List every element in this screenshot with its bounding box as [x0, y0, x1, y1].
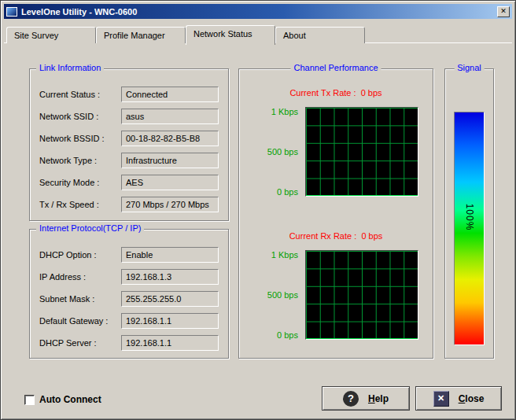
field-label: Network BSSID : [39, 134, 121, 143]
signal-group: Signal 100% [444, 68, 494, 359]
network-type-value: Infrastructure [121, 153, 219, 168]
dhcp-server-row: DHCP Server : 192.168.1.1 [39, 335, 219, 351]
auto-connect-label[interactable]: Auto Connect [39, 394, 101, 405]
subnet-mask-row: Subnet Mask : 255.255.255.0 [39, 291, 219, 307]
rx-graph-yticks: 1 Kbps 500 bps 0 bps [245, 250, 305, 340]
tx-rate-value: 0 bps [361, 88, 382, 98]
network-bssid-value: 00-18-82-82-B5-B8 [121, 131, 219, 146]
title-bar: LevelOne Utility - WNC-0600 ✕ [4, 4, 512, 19]
tx-rate-label: Current Tx Rate : 0 bps [239, 88, 433, 98]
titlebar-close-button[interactable]: ✕ [497, 6, 510, 17]
help-button[interactable]: ? Help [322, 386, 410, 411]
close-icon: ✕ [500, 8, 507, 15]
tx-graph-area: 1 Kbps 500 bps 0 bps [239, 107, 433, 197]
link-information-title: Link Information [36, 63, 104, 72]
app-icon [6, 7, 17, 17]
tx-rate-trace [306, 195, 418, 196]
tx-graph-yticks: 1 Kbps 500 bps 0 bps [245, 107, 305, 197]
signal-strength-bar: 100% [454, 112, 485, 345]
current-status-row: Current Status : Connected [39, 87, 219, 102]
window-title: LevelOne Utility - WNC-0600 [21, 7, 137, 17]
auto-connect-checkbox[interactable] [24, 395, 35, 405]
dhcp-option-value: Enable [121, 247, 219, 263]
channel-performance-title: Channel Performance [290, 63, 381, 72]
help-button-label: Help [368, 393, 389, 404]
signal-strength-value: 100% [464, 203, 475, 230]
close-button[interactable]: ✕ Close [415, 386, 502, 411]
network-type-row: Network Type : Infrastructure [39, 153, 219, 168]
network-ssid-row: Network SSID : asus [39, 109, 219, 124]
network-bssid-row: Network BSSID : 00-18-82-82-B5-B8 [39, 131, 219, 146]
internet-protocol-title: Internet Protocol(TCP / IP) [36, 223, 144, 233]
rx-rate-graph [305, 250, 418, 340]
default-gateway-row: Default Gateway : 192.168.1.1 [39, 313, 219, 329]
field-label: IP Address : [39, 272, 121, 282]
tab-network-status[interactable]: Network Status [186, 25, 275, 45]
rx-rate-value: 0 bps [361, 231, 382, 241]
current-status-value: Connected [121, 87, 219, 102]
field-label: DHCP Option : [39, 250, 121, 260]
close-button-icon: ✕ [433, 391, 449, 407]
close-button-label: Close [459, 393, 485, 404]
rx-rate-label: Current Rx Rate : 0 bps [239, 231, 433, 241]
signal-title: Signal [454, 63, 485, 72]
security-mode-value: AES [121, 175, 219, 190]
default-gateway-value: 192.168.1.1 [121, 313, 219, 329]
tx-rx-speed-value: 270 Mbps / 270 Mbps [121, 197, 219, 212]
channel-performance-group: Channel Performance Current Tx Rate : 0 … [238, 68, 433, 359]
tab-site-survey[interactable]: Site Survey [6, 27, 96, 43]
field-label: Subnet Mask : [39, 294, 121, 304]
tab-about[interactable]: About [275, 27, 365, 43]
ip-address-row: IP Address : 192.168.1.3 [39, 269, 219, 285]
app-window: LevelOne Utility - WNC-0600 ✕ Site Surve… [0, 0, 516, 420]
tx-rx-speed-row: Tx / Rx Speed : 270 Mbps / 270 Mbps [39, 197, 219, 212]
field-label: Network Type : [39, 156, 121, 165]
help-icon: ? [343, 391, 359, 407]
dhcp-server-value: 192.168.1.1 [121, 335, 219, 351]
tab-bar: Site Survey Profile Manager Network Stat… [6, 25, 365, 43]
field-label: Network SSID : [39, 112, 121, 121]
tab-profile-manager[interactable]: Profile Manager [96, 27, 186, 43]
field-label: Default Gateway : [39, 316, 121, 326]
field-label: Tx / Rx Speed : [39, 200, 121, 209]
field-label: Current Status : [39, 90, 121, 99]
ip-address-value: 192.168.1.3 [121, 269, 219, 285]
field-label: Security Mode : [39, 178, 121, 187]
rx-graph-area: 1 Kbps 500 bps 0 bps [239, 250, 433, 340]
field-label: DHCP Server : [39, 338, 121, 348]
tx-rate-graph [305, 107, 418, 197]
internet-protocol-group: Internet Protocol(TCP / IP) DHCP Option … [29, 229, 229, 359]
subnet-mask-value: 255.255.255.0 [121, 291, 219, 307]
link-information-group: Link Information Current Status : Connec… [29, 68, 229, 221]
rx-rate-trace [306, 338, 418, 339]
security-mode-row: Security Mode : AES [39, 175, 219, 190]
network-ssid-value: asus [121, 109, 219, 124]
dhcp-option-row: DHCP Option : Enable [39, 247, 219, 263]
